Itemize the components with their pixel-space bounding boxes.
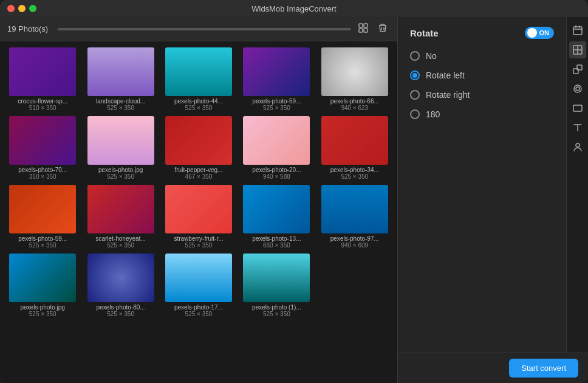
maximize-button[interactable] — [29, 5, 36, 12]
photo-name: pexels-photo-59... — [243, 98, 310, 105]
photo-name: scarlet-honeyeat... — [87, 235, 154, 242]
frame-icon[interactable] — [569, 80, 586, 97]
photo-item[interactable]: pexels-photo (1)...525 × 350 — [240, 254, 313, 317]
photo-item[interactable]: pexels-photo-34...525 × 350 — [318, 116, 391, 180]
photo-name: pexels-photo-17... — [165, 304, 232, 311]
toolbar: 19 Photo(s) — [0, 17, 397, 41]
photo-dims: 525 × 350 — [107, 173, 134, 180]
photo-thumbnail — [321, 47, 388, 96]
radio-label: 180 — [426, 109, 440, 119]
settings-header: Rotate ON — [410, 27, 554, 39]
svg-rect-16 — [165, 185, 232, 233]
radio-label: Rotate left — [426, 71, 465, 80]
radio-option-180[interactable]: 180 — [410, 109, 554, 119]
photo-item[interactable]: scarlet-honeyeat...525 × 350 — [84, 185, 157, 249]
svg-rect-8 — [321, 47, 388, 96]
calendar-icon[interactable] — [569, 22, 586, 39]
settings-area: Rotate ON NoRotate leftRotate right180 — [398, 17, 566, 353]
app-title: WidsMob ImageConvert — [251, 4, 336, 13]
photo-name: strawberry-fruit-r... — [165, 235, 232, 242]
resize-icon[interactable] — [569, 41, 586, 58]
watermark-icon[interactable] — [569, 139, 586, 156]
photo-dims: 525 × 350 — [29, 242, 56, 249]
transform-icon[interactable] — [569, 61, 586, 78]
text-icon[interactable] — [569, 119, 586, 136]
svg-rect-4 — [9, 47, 76, 96]
photo-thumbnail — [243, 47, 310, 96]
progress-track — [58, 28, 351, 30]
photo-thumbnail — [87, 254, 154, 302]
photo-item[interactable]: pexels-photo.jpg525 × 350 — [6, 254, 79, 317]
photo-item[interactable]: pexels-photo-59...525 × 350 — [6, 185, 79, 249]
photo-thumbnail — [87, 116, 154, 165]
photo-thumbnail — [243, 254, 310, 302]
photo-item[interactable]: pexels-photo-59...525 × 350 — [240, 47, 313, 111]
svg-rect-32 — [573, 105, 582, 111]
svg-rect-17 — [243, 185, 310, 233]
svg-rect-9 — [9, 116, 76, 165]
photo-item[interactable]: pexels-photo-44...525 × 350 — [162, 47, 235, 111]
start-convert-button[interactable]: Start convert — [509, 359, 578, 378]
photo-item[interactable]: strawberry-fruit-r...525 × 350 — [162, 185, 235, 249]
svg-rect-5 — [87, 47, 154, 96]
photo-dims: 510 × 350 — [29, 105, 56, 111]
minimize-button[interactable] — [18, 5, 26, 12]
photo-name: pexels-photo-34... — [321, 167, 388, 173]
photo-thumbnail — [9, 116, 76, 165]
photo-item[interactable]: crocus-flower-sp...510 × 350 — [6, 47, 79, 111]
photo-item[interactable]: pexels-photo-80...525 × 350 — [84, 254, 157, 317]
radio-option-rotate-right[interactable]: Rotate right — [410, 90, 554, 100]
photo-item[interactable]: pexels-photo-70...350 × 350 — [6, 116, 79, 180]
photo-item[interactable]: pexels-photo-13...660 × 350 — [240, 185, 313, 249]
photo-name: pexels-photo-20... — [243, 167, 310, 173]
photo-count: 19 Photo(s) — [7, 24, 48, 33]
photo-dims: 660 × 350 — [263, 242, 290, 249]
photo-dims: 525 × 350 — [185, 242, 213, 249]
photo-dims: 525 × 350 — [107, 105, 134, 111]
photo-item[interactable]: landscape-cloud...525 × 350 — [84, 47, 157, 111]
svg-rect-11 — [165, 116, 232, 165]
grid-icon[interactable] — [356, 22, 371, 36]
window-controls — [7, 5, 36, 12]
photo-name: pexels-photo.jpg — [9, 304, 76, 311]
photo-item[interactable]: pexels-photo-97...940 × 609 — [318, 185, 391, 249]
toggle-label: ON — [539, 29, 550, 36]
photo-name: pexels-photo-70... — [9, 167, 76, 173]
trash-icon[interactable] — [375, 22, 390, 36]
photo-thumbnail — [87, 185, 154, 233]
radio-option-no[interactable]: No — [410, 51, 554, 61]
radio-option-rotate-left[interactable]: Rotate left — [410, 71, 554, 80]
photo-item[interactable]: pexels-photo-20...940 × 588 — [240, 116, 313, 180]
photo-name: pexels-photo-44... — [165, 98, 232, 105]
rect-icon[interactable] — [569, 100, 586, 117]
photo-item[interactable]: fruit-pepper-veg...467 × 350 — [162, 116, 235, 180]
svg-rect-6 — [165, 47, 232, 96]
photo-name: pexels-photo-80... — [87, 304, 154, 311]
rotate-toggle[interactable]: ON — [525, 27, 555, 39]
svg-rect-18 — [321, 185, 388, 233]
titlebar: WidsMob ImageConvert — [0, 0, 588, 17]
svg-rect-3 — [364, 29, 368, 32]
main-layout: 19 Photo(s) — [0, 17, 588, 383]
photo-dims: 525 × 350 — [185, 105, 213, 111]
photo-name: crocus-flower-sp... — [9, 98, 76, 105]
svg-rect-12 — [243, 116, 310, 165]
photo-name: pexels-photo.jpg — [87, 167, 154, 173]
photo-name: pexels-photo-66... — [321, 98, 388, 105]
photo-thumbnail — [87, 47, 154, 96]
photo-thumbnail — [9, 47, 76, 96]
photo-thumbnail — [9, 254, 76, 302]
svg-rect-23 — [573, 27, 582, 35]
photo-item[interactable]: pexels-photo.jpg525 × 350 — [84, 116, 157, 180]
photo-dims: 525 × 350 — [185, 311, 213, 317]
settings-title: Rotate — [410, 28, 439, 38]
photo-dims: 940 × 623 — [341, 105, 368, 111]
svg-rect-10 — [87, 116, 154, 165]
radio-button — [410, 71, 420, 80]
close-button[interactable] — [7, 5, 15, 12]
photo-dims: 467 × 350 — [185, 173, 213, 180]
photo-thumbnail — [9, 185, 76, 233]
left-panel: 19 Photo(s) — [0, 17, 398, 383]
photo-item[interactable]: pexels-photo-17...525 × 350 — [162, 254, 235, 317]
photo-item[interactable]: pexels-photo-66...940 × 623 — [318, 47, 391, 111]
